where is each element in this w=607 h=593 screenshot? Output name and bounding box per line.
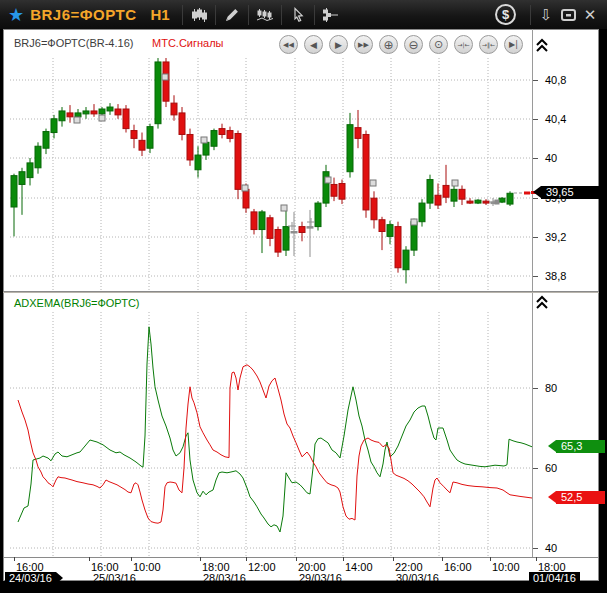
collapse-indicator-panel-icon[interactable] [535,295,549,310]
candle [291,212,297,256]
indicator-axis-label: 60 [545,462,557,474]
time-tick [490,557,491,561]
time-axis-border [3,557,599,558]
panel-divider[interactable] [3,291,599,293]
candle [507,191,513,206]
price-axis-tick [533,158,538,159]
window-title: BRJ6=ФОРТС [30,6,136,23]
candle [163,58,169,107]
toolbar-separator [281,5,282,25]
scroll-right-fast-button[interactable]: ▶▶ [354,35,373,54]
favorite-star-icon[interactable]: ★ [8,4,24,25]
cursor-icon[interactable] [286,4,310,26]
candle [275,227,281,257]
candle [267,215,273,246]
candle [467,198,473,204]
time-label: 12:00 [248,561,276,573]
price-chart-plot[interactable] [10,58,532,291]
date-label: 28/03/16 [203,572,246,584]
candle [347,113,353,178]
signal-marker [74,117,80,123]
collapse-price-panel-icon[interactable] [535,38,549,53]
candle [155,58,161,129]
levels-icon[interactable] [319,4,343,26]
compress-scale-button[interactable]: →|← [454,35,473,54]
price-axis-label: 40,4 [545,113,566,125]
price-axis-label: 40,8 [545,74,566,86]
candle [27,158,33,185]
indicator-axis-label: 40 [545,542,557,554]
candle [315,201,321,230]
candle [363,131,369,218]
indicator-axis-tick [533,468,538,469]
adx-green-line [18,327,532,532]
date-label: 24/03/16 [5,572,56,584]
candle [451,185,457,207]
last-price-dash [524,192,530,195]
scroll-left-fast-button[interactable]: ◀◀ [279,35,298,54]
candle [219,124,225,139]
candle [283,210,289,256]
time-tick [343,557,344,561]
candle [147,124,153,153]
expand-scale-button[interactable]: →‖← [479,35,498,54]
candle [123,105,129,132]
candle [35,142,41,173]
candle [419,199,425,226]
candle [67,105,73,123]
indicator-grid-layer [10,312,532,556]
close-icon[interactable]: ✕ [579,6,601,24]
candle [211,129,217,151]
signal-marker [242,185,248,191]
signals-label: МТС.Сигналы [152,37,224,49]
candle [43,129,49,154]
candle [475,199,481,204]
signal-marker [325,177,331,183]
zoom-out-button[interactable]: ⊖ [404,35,423,54]
dollar-icon[interactable]: $ [495,4,516,25]
candle [459,185,465,205]
candle [427,175,433,209]
candle [91,104,97,117]
time-label: 10:00 [133,561,161,573]
time-tick [393,557,394,561]
signal-marker [162,74,168,80]
date-label: 29/03/16 [299,572,342,584]
toolbar-separator [530,5,531,25]
go-to-end-button[interactable]: ▶| [504,35,523,54]
scroll-left-button[interactable]: ◀ [304,35,323,54]
signal-marker [452,180,458,186]
scroll-right-button[interactable]: ▶ [329,35,348,54]
time-tick [442,557,443,561]
indicator-green-value: 65,3 [561,440,582,452]
candles-layer [11,58,513,283]
date-label: 01/04/16 [529,572,580,584]
candle [371,191,377,228]
title-bar: ★ BRJ6=ФОРТС H1 [0,0,607,29]
signal-marker [281,205,287,211]
candle [323,165,329,207]
adx-red-line [18,365,532,523]
candle [443,165,449,203]
candle [355,110,361,148]
draw-pencil-icon[interactable] [220,4,244,26]
candle [387,221,393,245]
candle [235,131,241,200]
current-price-tag: 39,65 [541,186,603,199]
minimize-icon[interactable] [557,4,579,26]
candlestick-tool-icon[interactable] [187,4,211,26]
time-label: 16:00 [444,561,472,573]
candle [227,127,233,143]
indicator-plot[interactable] [10,312,532,556]
candle [179,107,185,140]
time-tick [200,557,201,561]
zoom-area-button[interactable]: ⊙ [429,35,448,54]
download-arrow-icon[interactable]: ⇩ [535,6,557,24]
indicator-chart-icon[interactable] [253,4,277,26]
candle [299,222,305,242]
signal-marker [411,219,417,225]
zoom-in-button[interactable]: ⊕ [379,35,398,54]
time-tick [131,557,132,561]
candle [251,209,257,234]
toolbar-separator [182,5,183,25]
